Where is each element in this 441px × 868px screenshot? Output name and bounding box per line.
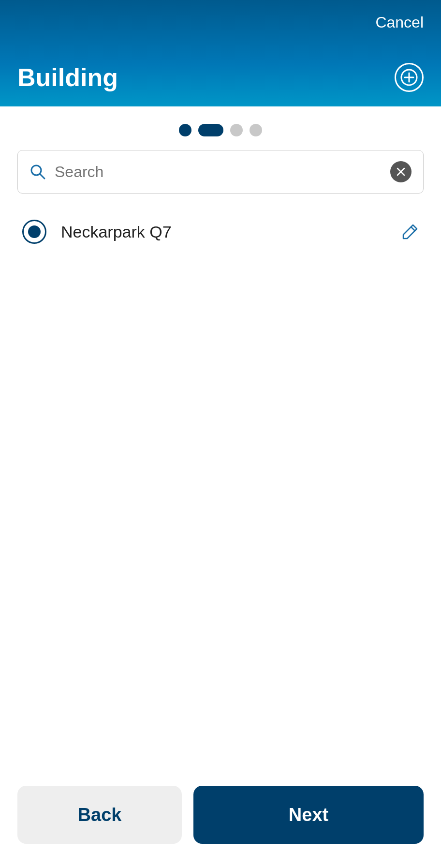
edit-icon bbox=[401, 223, 419, 240]
edit-building-button[interactable] bbox=[401, 223, 419, 240]
page-title: Building bbox=[17, 63, 118, 92]
main-content: Neckarpark Q7 Back Next bbox=[0, 106, 441, 868]
progress-dots bbox=[0, 106, 441, 150]
header-top: Cancel bbox=[17, 14, 424, 31]
progress-dot-4 bbox=[250, 124, 262, 136]
radio-inner bbox=[28, 225, 41, 238]
clear-search-button[interactable] bbox=[390, 161, 412, 182]
building-label-neckarpark-q7: Neckarpark Q7 bbox=[61, 223, 387, 241]
building-list: Neckarpark Q7 bbox=[0, 201, 441, 771]
header: Cancel Building bbox=[0, 0, 441, 106]
header-bottom: Building bbox=[17, 63, 424, 92]
back-button[interactable]: Back bbox=[17, 786, 182, 844]
clear-icon bbox=[396, 166, 406, 177]
svg-line-4 bbox=[40, 174, 45, 179]
progress-dot-2 bbox=[198, 124, 223, 136]
search-input[interactable] bbox=[55, 163, 390, 181]
list-item: Neckarpark Q7 bbox=[17, 206, 424, 257]
progress-dot-1 bbox=[179, 124, 191, 136]
search-bar bbox=[17, 150, 424, 194]
add-building-button[interactable] bbox=[395, 63, 424, 92]
search-icon bbox=[29, 164, 46, 180]
plus-icon bbox=[400, 69, 418, 86]
progress-dot-3 bbox=[230, 124, 243, 136]
cancel-button[interactable]: Cancel bbox=[375, 14, 424, 31]
next-button[interactable]: Next bbox=[193, 786, 424, 844]
radio-button-neckarpark-q7[interactable] bbox=[22, 220, 46, 244]
bottom-buttons: Back Next bbox=[0, 771, 441, 868]
